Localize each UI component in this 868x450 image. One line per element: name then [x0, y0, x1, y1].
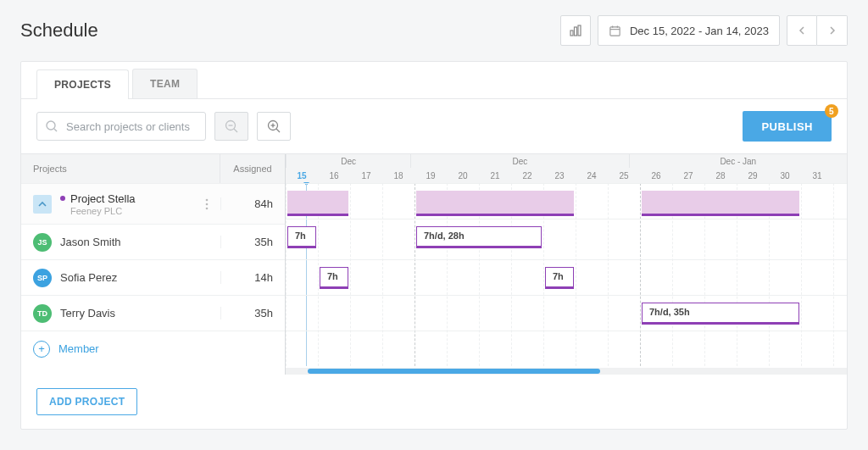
timeline-row[interactable]: 7h7h [286, 259, 847, 295]
project-bar[interactable] [642, 191, 799, 216]
scrollbar-thumb[interactable] [308, 369, 599, 374]
page-title: Schedule [20, 19, 98, 42]
timeline-row[interactable]: 7h7h/d, 28h [286, 219, 847, 259]
day-label: 19 [415, 168, 447, 183]
collapse-project-button[interactable] [33, 195, 52, 214]
member-name: Jason Smith [60, 236, 121, 248]
zoom-in-button[interactable] [257, 112, 291, 141]
tab-team[interactable]: TEAM [132, 69, 198, 98]
publish-button[interactable]: PUBLISH 5 [743, 111, 832, 142]
member-hours: 14h [220, 271, 285, 284]
day-label: 29 [737, 168, 769, 183]
day-label: 23 [543, 168, 576, 183]
next-period-button[interactable] [817, 15, 848, 46]
day-label: 15 [286, 168, 318, 183]
svg-rect-0 [570, 31, 573, 36]
day-label: 31 [801, 168, 833, 183]
day-label: 18 [382, 168, 415, 183]
task-bar[interactable]: 7h/d, 35h [642, 303, 799, 325]
search-icon [45, 119, 58, 133]
avatar: SP [33, 269, 52, 287]
project-hours: 84h [220, 197, 285, 210]
zoom-out-icon [225, 119, 239, 134]
timeline-row[interactable]: 7h/d, 35h [286, 295, 847, 331]
member-hours: 35h [220, 307, 285, 319]
chevron-right-icon [828, 25, 837, 36]
member-name: Sofia Perez [60, 271, 117, 284]
chevron-left-icon [798, 25, 806, 36]
stats-button[interactable] [560, 15, 591, 46]
horizontal-scrollbar[interactable] [286, 368, 847, 375]
avatar: JS [33, 233, 52, 252]
chevron-up-icon [38, 201, 47, 208]
search-input[interactable] [36, 112, 206, 141]
bar-chart-icon [569, 24, 582, 37]
day-label: 24 [576, 168, 608, 183]
prev-period-button[interactable] [787, 15, 817, 46]
plus-circle-icon: + [33, 341, 50, 358]
member-hours: 35h [220, 236, 285, 248]
month-label: Dec - Jan [629, 154, 847, 168]
column-header-assigned: Assigned [220, 154, 285, 183]
column-header-projects: Projects [21, 154, 220, 183]
project-client: Feeney PLC [60, 206, 136, 216]
day-label: 0 [833, 168, 847, 183]
date-range-label: Dec 15, 2022 - Jan 14, 2023 [630, 25, 769, 37]
zoom-out-button[interactable] [214, 112, 248, 141]
project-timeline-row[interactable] [286, 183, 847, 219]
task-bar[interactable]: 7h [320, 267, 348, 289]
day-label: 25 [608, 168, 640, 183]
svg-point-16 [206, 198, 209, 201]
day-label: 27 [672, 168, 704, 183]
project-bar[interactable] [416, 191, 574, 216]
project-more-button[interactable] [202, 195, 212, 214]
task-bar[interactable]: 7h [545, 267, 574, 289]
svg-line-10 [234, 129, 237, 132]
calendar-icon [609, 25, 621, 37]
svg-point-7 [47, 121, 55, 130]
svg-rect-1 [574, 27, 576, 36]
day-label: 26 [640, 168, 672, 183]
add-project-button[interactable]: ADD PROJECT [36, 388, 137, 415]
more-vertical-icon [205, 198, 209, 210]
month-label: Dec [286, 154, 410, 168]
day-label: 28 [704, 168, 737, 183]
svg-line-13 [276, 129, 280, 132]
project-name: Project Stella [60, 192, 136, 205]
add-member-button[interactable]: + Member [21, 336, 220, 363]
tab-projects[interactable]: PROJECTS [36, 69, 129, 99]
timeline-row-empty[interactable] [286, 331, 847, 366]
month-label: Dec [410, 154, 628, 168]
zoom-in-icon [267, 119, 281, 134]
date-range-picker[interactable]: Dec 15, 2022 - Jan 14, 2023 [598, 15, 780, 46]
avatar: TD [33, 304, 52, 323]
task-bar[interactable]: 7h/d, 28h [416, 226, 542, 248]
day-label: 17 [350, 168, 382, 183]
member-name: Terry Davis [60, 307, 115, 319]
svg-rect-3 [610, 26, 620, 35]
svg-line-8 [54, 129, 57, 131]
day-label: 22 [511, 168, 543, 183]
day-label: 30 [769, 168, 801, 183]
day-label: 20 [447, 168, 479, 183]
day-label: 16 [318, 168, 350, 183]
task-bar[interactable]: 7h [287, 226, 316, 248]
day-label: 21 [479, 168, 511, 183]
publish-badge: 5 [825, 104, 838, 118]
svg-point-18 [206, 207, 209, 209]
svg-point-17 [206, 203, 209, 205]
project-bar[interactable] [287, 191, 348, 216]
svg-rect-2 [578, 25, 581, 36]
